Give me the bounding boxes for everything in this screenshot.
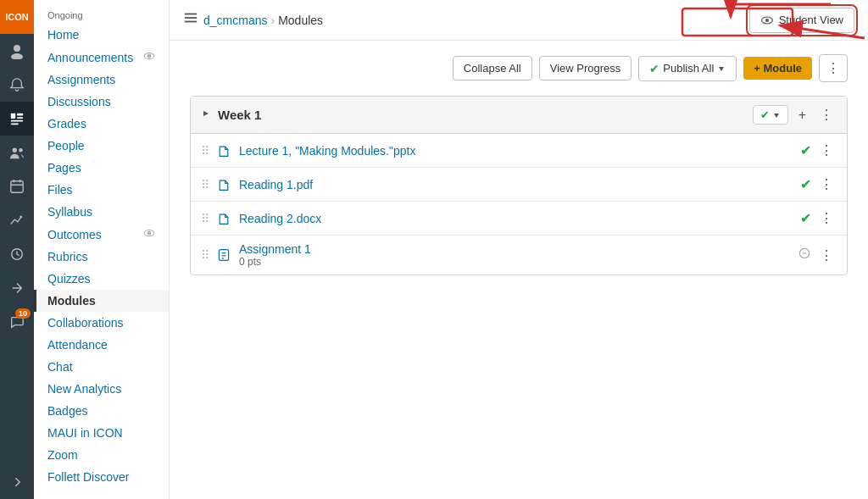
publish-check-icon: ✔ — [649, 62, 659, 75]
module-publish-btn[interactable]: ✔ — [753, 105, 788, 125]
reading1-item-title[interactable]: Reading 1.pdf — [239, 178, 793, 191]
svg-point-19 — [765, 19, 769, 22]
lecture-published-icon: ✔ — [800, 142, 811, 158]
svg-point-8 — [19, 148, 23, 152]
file-attachment-icon — [215, 178, 232, 191]
reading1-published-icon: ✔ — [800, 176, 811, 192]
sidebar-item-people[interactable]: People — [34, 135, 169, 157]
file-attachment-icon — [215, 212, 232, 225]
rail-item-grades[interactable] — [0, 203, 34, 237]
module-header-actions: ✔ + ⋮ — [753, 105, 837, 125]
breadcrumb: d_cmcmans › Modules — [203, 14, 323, 27]
svg-rect-4 — [17, 117, 23, 119]
add-module-button[interactable]: + Module — [743, 57, 812, 80]
sidebar-item-zoom[interactable]: Zoom — [34, 444, 169, 466]
assignment1-subtitle: 0 pts — [239, 256, 791, 268]
main-content: d_cmcmans › Modules Student View Collaps… — [170, 0, 868, 499]
reading2-item-kebab[interactable]: ⋮ — [816, 208, 837, 228]
sidebar-item-modules[interactable]: Modules — [34, 290, 169, 312]
assignment-icon — [215, 248, 232, 262]
module-published-icon: ✔ — [760, 108, 770, 121]
sidebar-item-assignments[interactable]: Assignments — [34, 69, 169, 91]
reading2-item-title[interactable]: Reading 2.docx — [239, 212, 793, 225]
svg-rect-3 — [17, 114, 23, 116]
svg-rect-9 — [11, 181, 23, 193]
sidebar-item-quizzes[interactable]: Quizzes — [34, 268, 169, 290]
module-week1-header: Week 1 ✔ + ⋮ — [191, 97, 847, 134]
svg-marker-21 — [203, 111, 209, 116]
module-item-reading1: ⠿ Reading 1.pdf ✔ ⋮ — [191, 168, 847, 202]
sidebar-item-new-analytics[interactable]: New Analytics — [34, 378, 169, 400]
sidebar-item-rubrics[interactable]: Rubrics — [34, 246, 169, 268]
file-attachment-icon — [215, 144, 232, 158]
drag-handle-icon[interactable]: ⠿ — [201, 178, 209, 191]
svg-point-7 — [13, 148, 17, 152]
announcements-eye-icon — [143, 50, 155, 64]
module-item-lecture: ⠿ Lecture 1, "Making Modules."pptx ✔ ⋮ — [191, 134, 847, 168]
app-logo: ICON — [0, 0, 34, 34]
sidebar-item-discussions[interactable]: Discussions — [34, 91, 169, 113]
toolbar-row: Collapse All View Progress ✔ Publish All… — [190, 54, 848, 82]
svg-rect-5 — [11, 120, 23, 122]
rail-collapse-btn[interactable] — [0, 465, 34, 499]
rail-item-history[interactable] — [0, 237, 34, 271]
student-view-button[interactable]: Student View — [749, 8, 854, 33]
sidebar-item-files[interactable]: Files — [34, 179, 169, 201]
rail-item-notifications[interactable] — [0, 68, 34, 102]
rail-item-courses[interactable] — [0, 102, 34, 136]
collapse-all-button[interactable]: Collapse All — [453, 56, 532, 80]
sidebar-item-grades[interactable]: Grades — [34, 113, 169, 135]
sidebar-item-follett[interactable]: Follett Discover — [34, 466, 169, 488]
outcomes-eye-icon — [143, 227, 155, 241]
page-content: Collapse All View Progress ✔ Publish All… — [170, 41, 868, 499]
chat-badge: 10 — [15, 308, 31, 319]
module-collapse-icon[interactable] — [201, 108, 211, 121]
rail-item-people[interactable] — [0, 136, 34, 169]
assignment1-item-title[interactable]: Assignment 1 — [239, 242, 791, 256]
sidebar-item-announcements[interactable]: Announcements — [34, 46, 169, 69]
sidebar-item-syllabus[interactable]: Syllabus — [34, 201, 169, 223]
module-add-item-btn[interactable]: + — [795, 106, 810, 125]
module-item-assignment1: ⠿ Assignment 1 0 pts ⋮ — [191, 236, 847, 274]
lecture-item-kebab[interactable]: ⋮ — [816, 141, 837, 160]
sidebar-item-pages[interactable]: Pages — [34, 157, 169, 179]
view-progress-button[interactable]: View Progress — [539, 56, 632, 80]
reading1-item-actions: ✔ ⋮ — [800, 175, 837, 194]
drag-handle-icon[interactable]: ⠿ — [201, 248, 209, 262]
sidebar-item-badges[interactable]: Badges — [34, 400, 169, 422]
reading1-item-kebab[interactable]: ⋮ — [816, 175, 837, 194]
sidebar-item-maui[interactable]: MAUI in ICON — [34, 422, 169, 444]
hamburger-icon[interactable] — [183, 10, 198, 30]
svg-point-0 — [14, 45, 20, 52]
module-week1: Week 1 ✔ + ⋮ ⠿ Lecture 1, "Making Module… — [190, 96, 848, 275]
assignment1-item-actions: ⋮ — [798, 246, 837, 265]
rail-item-profile[interactable] — [0, 34, 34, 68]
rail-item-commons[interactable] — [0, 271, 34, 305]
module-week1-title: Week 1 — [218, 108, 746, 122]
toolbar-kebab-button[interactable]: ⋮ — [819, 54, 848, 82]
module-kebab-btn[interactable]: ⋮ — [816, 105, 837, 125]
drag-handle-icon[interactable]: ⠿ — [201, 144, 209, 158]
sidebar-item-home[interactable]: Home — [34, 24, 169, 46]
topbar-left: d_cmcmans › Modules — [183, 10, 323, 30]
rail-item-calendar[interactable] — [0, 169, 34, 203]
lecture-item-title[interactable]: Lecture 1, "Making Modules."pptx — [239, 144, 793, 158]
breadcrumb-course-link[interactable]: d_cmcmans — [203, 14, 267, 27]
sidebar-item-attendance[interactable]: Attendance — [34, 334, 169, 356]
svg-point-1 — [11, 53, 23, 59]
sidebar: Ongoing Home Announcements Assignments D… — [34, 0, 170, 499]
breadcrumb-separator: › — [270, 14, 275, 27]
publish-all-button[interactable]: ✔ Publish All — [638, 56, 737, 81]
sidebar-item-outcomes[interactable]: Outcomes — [34, 223, 169, 246]
rail-item-chat[interactable]: 10 — [0, 305, 34, 339]
sidebar-ongoing-label: Ongoing — [34, 3, 169, 24]
assignment1-title-container: Assignment 1 0 pts — [239, 242, 791, 268]
svg-rect-2 — [11, 114, 15, 119]
sidebar-item-collaborations[interactable]: Collaborations — [34, 312, 169, 334]
reading2-item-actions: ✔ ⋮ — [800, 208, 837, 228]
rail-bottom — [0, 465, 34, 499]
svg-marker-22 — [774, 114, 779, 118]
drag-handle-icon[interactable]: ⠿ — [201, 212, 209, 225]
assignment1-item-kebab[interactable]: ⋮ — [816, 246, 837, 265]
sidebar-item-chat[interactable]: Chat — [34, 356, 169, 378]
